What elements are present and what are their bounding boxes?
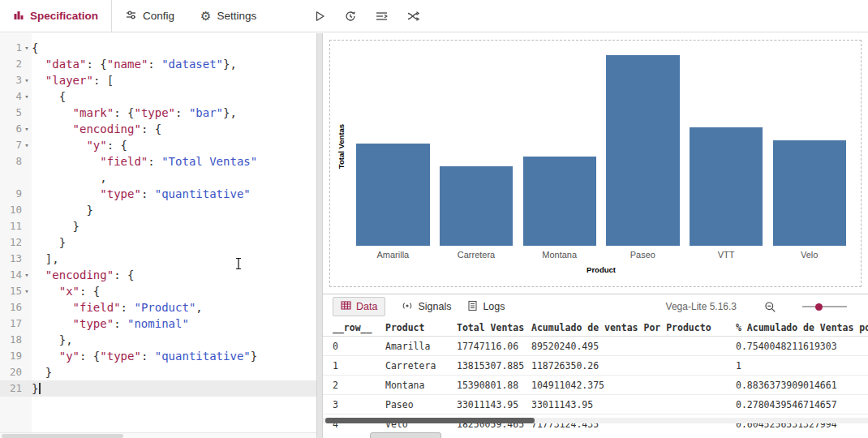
table-footer [323,432,868,438]
code-line[interactable]: 14▾ "encoding": { [0,267,316,283]
line-number: 17 [0,316,22,332]
editor-horizontal-scrollbar[interactable] [0,432,316,438]
code-line[interactable]: 16 "field": "Product", [0,299,316,316]
table-cell: 0 [333,337,385,355]
table-row: 0Amarilla17747116.0689520240.4950.754004… [323,337,868,356]
tab-logs[interactable]: Logs [467,300,505,314]
bar-slot [767,55,851,246]
zoom-slider[interactable] [802,306,847,307]
line-number: 2 [0,56,22,72]
table-cell: 89520240.495 [531,337,736,355]
code-line[interactable]: 3▾ "layer": [ [0,72,316,88]
line-number: 7 [0,137,22,153]
bar-amarilla [356,144,429,246]
code-line[interactable]: 12 } [0,234,316,251]
bar-group [351,55,851,246]
zoom-out-icon[interactable] [764,301,776,313]
code-line[interactable]: 11 } [0,218,316,234]
line-number: 19 [0,348,22,364]
code-line[interactable]: 4▾ { [0,88,316,105]
fold-arrow-icon[interactable]: ▾ [22,267,32,283]
fold-arrow-icon[interactable]: ▾ [22,137,32,153]
fold-arrow-icon[interactable]: ▾ [22,121,32,137]
tab-logs-label: Logs [483,301,505,312]
line-number: 18 [0,332,22,348]
table-header-cell: __row__ [333,319,385,336]
code-line[interactable]: 1▾{ [0,40,316,56]
line-number: 3 [0,72,22,88]
line-number: 12 [0,234,22,251]
history-icon[interactable] [344,10,357,23]
tab-specification-label: Specification [30,10,98,22]
pagination-control[interactable] [370,432,441,438]
table-scrollbar-thumb[interactable] [325,418,535,423]
table-cell: Amarilla [385,337,457,355]
tab-specification[interactable]: Specification [0,0,112,32]
line-number: 15 [0,283,22,299]
x-axis-label: Carretera [435,250,518,260]
table-horizontal-scrollbar[interactable] [323,418,868,423]
tab-config-label: Config [143,10,174,22]
table-row: 1Carretera13815307.885118726350.261 [323,356,868,376]
code-text: "type": "nominal" [32,316,189,332]
fold-arrow-icon[interactable]: ▾ [22,72,32,88]
bar-carretera [440,166,513,246]
code-line[interactable]: 5 "mark": {"type": "bar"}, [0,105,316,121]
bar-slot [685,55,768,246]
tab-config[interactable]: Config [112,0,187,32]
table-row: 2Montana15390801.88104911042.3750.883637… [323,376,868,395]
zoom-slider-thumb[interactable] [815,303,823,311]
table-cell: 13815307.885 [457,356,531,375]
tab-data[interactable]: Data [333,297,385,316]
fold-arrow-icon[interactable]: ▾ [22,40,32,56]
table-cell: 1 [736,356,868,375]
table-cell: 17747116.06 [457,337,531,355]
fold-gutter [22,364,32,380]
code-line[interactable]: 10 } [0,202,316,218]
gear-icon: ⚙ [200,10,211,22]
command-log-icon[interactable] [375,10,389,23]
pane-splitter[interactable] [316,33,323,438]
signal-icon [402,300,413,314]
tab-settings[interactable]: ⚙ Settings [187,0,269,32]
editor-scrollbar-thumb[interactable] [2,434,123,438]
code-line[interactable]: , [0,170,316,186]
table-header-cell: Total Ventas [457,319,531,336]
table-cell: 15390801.88 [457,376,531,394]
spec-editor[interactable]: 1▾{2 "data": {"name": "dataset"},3▾ "lay… [0,33,316,438]
fold-gutter [22,153,32,170]
toolbar-actions [313,0,420,32]
table-cell: 0.2780439546714657 [736,395,868,414]
code-line[interactable]: 20 } [0,364,316,380]
fold-arrow-icon[interactable]: ▾ [22,88,32,105]
code-line[interactable]: 8 "field": "Total Ventas" [0,153,316,170]
code-line[interactable]: 13 ], [0,251,316,267]
table-cell: 0.8836373909014661 [736,376,868,394]
fold-arrow-icon[interactable]: ▾ [22,283,32,299]
play-icon[interactable] [313,10,326,23]
code-line[interactable]: 2 "data": {"name": "dataset"}, [0,56,316,72]
code-line[interactable]: 15▾ "x": { [0,283,316,299]
code-text: , [32,170,107,186]
x-axis-label: Montana [518,250,601,260]
line-number: 8 [0,153,22,170]
code-text: }, [32,332,73,348]
table-cell: 1 [333,356,385,375]
top-toolbar: Specification Config ⚙ Settings [0,0,868,32]
code-text: } [32,218,79,234]
code-line[interactable]: 18 }, [0,332,316,348]
tab-signals[interactable]: Signals [402,300,451,314]
code-line[interactable]: 19 "y": {"type": "quantitative"} [0,348,316,364]
code-line[interactable]: 7▾ "y": { [0,137,316,153]
shuffle-icon[interactable] [406,10,420,23]
code-line[interactable]: 9 "type": "quantitative" [0,186,316,202]
code-line[interactable]: 21} [0,380,316,397]
code-line[interactable]: 17 "type": "nominal" [0,316,316,332]
fold-gutter [22,170,32,186]
code-text: } [32,202,93,218]
bar-velo [773,140,846,246]
bar-slot [435,55,518,246]
code-line[interactable]: 6▾ "encoding": { [0,121,316,137]
line-number: 5 [0,105,22,121]
code-text: "field": "Total Ventas" [32,153,257,170]
